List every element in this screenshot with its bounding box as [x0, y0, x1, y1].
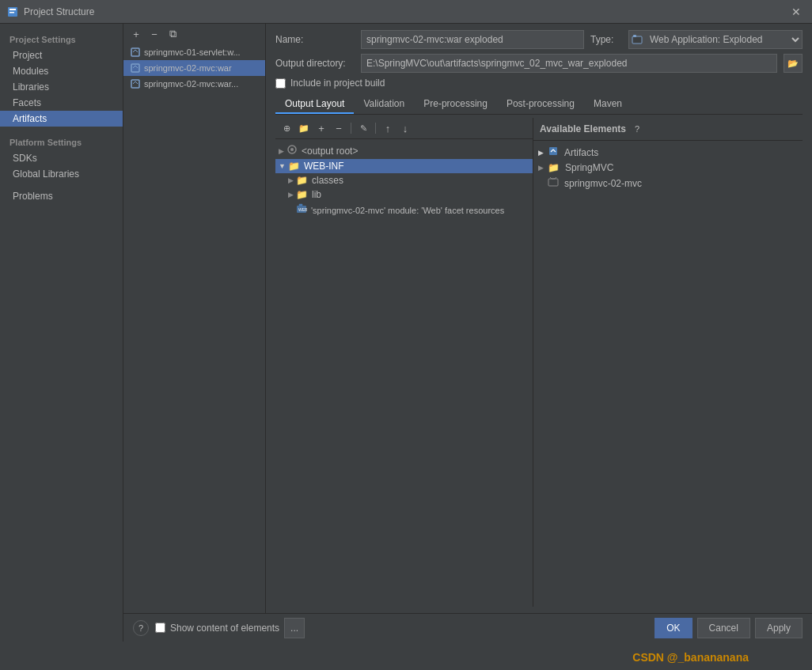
sidebar-item-libraries[interactable]: Libraries	[0, 79, 123, 95]
project-settings-label: Project Settings	[0, 30, 123, 47]
type-label: Type:	[590, 34, 622, 45]
tree-move-down-button[interactable]: ↓	[397, 120, 413, 136]
tree-node-classes[interactable]: ▶ 📁 classes	[275, 173, 533, 187]
expand-icon: ▶	[279, 147, 284, 155]
add-artifact-button[interactable]: +	[128, 26, 144, 42]
available-help-button[interactable]: ?	[629, 121, 645, 137]
sidebar-item-modules[interactable]: Modules	[0, 63, 123, 79]
output-dir-input[interactable]	[361, 54, 777, 73]
ellipsis-button[interactable]: ...	[284, 618, 305, 638]
name-input[interactable]	[361, 30, 584, 49]
copy-artifact-button[interactable]: ⧉	[165, 26, 180, 42]
help-button[interactable]: ?	[133, 620, 149, 636]
sidebar-item-sdks[interactable]: SDKs	[0, 150, 123, 166]
tab-post-processing[interactable]: Post-processing	[497, 95, 584, 114]
artifact-list-panel: + − ⧉	[123, 24, 266, 613]
include-build-checkbox[interactable]	[275, 78, 286, 89]
artifact-item-2[interactable]: springmvc-02-mvc:war	[123, 60, 265, 76]
output-dir-label: Output directory:	[275, 58, 355, 69]
available-elements-tree: ▶ Artifacts	[533, 141, 803, 607]
apply-button[interactable]: Apply	[755, 618, 803, 638]
create-dir-button[interactable]: 📁	[296, 120, 312, 136]
svg-rect-6	[632, 36, 642, 44]
module-icon-springmvc02	[548, 176, 559, 190]
avail-node-springmvc[interactable]: ▶ 📁 SpringMVC	[533, 161, 803, 175]
artifact-list: springmvc-01-servlet:w... springmvc-02-m…	[123, 44, 265, 613]
svg-rect-7	[633, 35, 636, 37]
expand-icon-classes: ▶	[288, 176, 294, 184]
tabs-bar: Output Layout Validation Pre-processing …	[275, 95, 803, 115]
type-icon	[632, 34, 643, 45]
bottom-bar: ? Show content of elements ... OK Cancel…	[123, 613, 812, 642]
output-layout-area: ⊕ 📁 + −	[275, 118, 803, 607]
artifact-icon-3	[130, 78, 141, 89]
sidebar-item-artifacts[interactable]: Artifacts	[0, 111, 123, 127]
tree-node-lib[interactable]: ▶ 📁 lib	[275, 187, 533, 202]
content-area: + − ⧉	[123, 24, 812, 642]
artifacts-icon	[548, 146, 559, 159]
svg-text:WEB: WEB	[298, 207, 307, 212]
available-elements-header: Available Elements ?	[533, 118, 803, 141]
expand-icon-springmvc: ▶	[538, 164, 544, 172]
artifact-item-3[interactable]: springmvc-02-mvc:war...	[123, 76, 265, 92]
name-label: Name:	[275, 34, 355, 45]
avail-node-artifacts[interactable]: ▶ Artifacts	[533, 144, 803, 161]
tree-remove-button[interactable]: −	[331, 120, 347, 136]
svg-rect-13	[548, 179, 558, 186]
tree-edit-button[interactable]: ✎	[355, 120, 371, 136]
ok-button[interactable]: OK	[655, 618, 692, 638]
artifact-list-toolbar: + − ⧉	[123, 24, 265, 44]
folder-icon-web-inf: 📁	[288, 161, 300, 172]
folder-icon-classes: 📁	[296, 175, 308, 186]
sidebar-item-problems[interactable]: Problems	[0, 188, 123, 204]
tree-content: ▶ <output root>	[275, 139, 533, 607]
show-content-row: Show content of elements ...	[155, 618, 305, 638]
bottom-actions: OK Cancel Apply	[655, 618, 803, 638]
detail-panel: Name: Type: Web Application: Exploded	[266, 24, 812, 613]
browse-dir-button[interactable]: 📂	[784, 54, 803, 73]
avail-node-springmvc02[interactable]: ▶ springmvc-02-mvc	[533, 175, 803, 191]
show-content-label[interactable]: Show content of elements	[170, 623, 279, 634]
tree-add-button[interactable]: +	[313, 120, 329, 136]
include-build-row: Include in project build	[275, 78, 803, 89]
tree-node-output-root[interactable]: ▶ <output root>	[275, 142, 533, 159]
tree-toolbar: ⊕ 📁 + −	[275, 118, 533, 139]
cancel-button[interactable]: Cancel	[697, 618, 750, 638]
sidebar: Project Settings Project Modules Librari…	[0, 24, 123, 642]
expand-icon-lib: ▶	[288, 191, 294, 199]
name-row: Name: Type: Web Application: Exploded	[275, 30, 803, 49]
show-content-checkbox[interactable]	[155, 623, 165, 633]
sidebar-item-project[interactable]: Project	[0, 47, 123, 63]
folder-icon-springmvc: 📁	[548, 162, 560, 173]
create-element-button[interactable]: ⊕	[279, 120, 294, 136]
output-dir-row: Output directory: 📂	[275, 54, 803, 73]
remove-artifact-button[interactable]: −	[146, 26, 162, 42]
tree-node-web-resource[interactable]: ▶ WEB 'springmvc-02-mvc' module: 'Web' f…	[275, 202, 533, 218]
svg-rect-2	[9, 12, 14, 13]
available-elements-panel: Available Elements ? ▶	[533, 118, 803, 607]
tab-validation[interactable]: Validation	[354, 95, 414, 114]
artifact-icon-1	[130, 47, 141, 58]
title-bar: Project Structure ✕	[0, 0, 812, 24]
tree-node-web-inf[interactable]: ▼ 📁 WEB-INF	[275, 159, 533, 173]
output-root-icon	[286, 144, 298, 157]
window-title: Project Structure	[24, 6, 787, 17]
folder-icon-lib: 📁	[296, 189, 308, 200]
close-button[interactable]: ✕	[787, 4, 806, 20]
tree-move-up-button[interactable]: ↑	[380, 120, 396, 136]
watermark: CSDN @_banananana	[632, 651, 749, 664]
app-icon	[6, 6, 19, 18]
type-select[interactable]: Web Application: Exploded	[628, 30, 803, 49]
artifact-item-1[interactable]: springmvc-01-servlet:w...	[123, 44, 265, 60]
output-tree: ⊕ 📁 + −	[275, 118, 533, 607]
expand-icon-artifacts: ▶	[538, 149, 544, 157]
platform-settings-label: Platform Settings	[0, 133, 123, 150]
sidebar-item-global-libraries[interactable]: Global Libraries	[0, 166, 123, 182]
tab-output-layout[interactable]: Output Layout	[275, 95, 354, 114]
tab-maven[interactable]: Maven	[584, 95, 632, 114]
artifact-icon-2	[130, 62, 141, 74]
include-build-label[interactable]: Include in project build	[290, 78, 385, 89]
sidebar-item-facets[interactable]: Facets	[0, 95, 123, 111]
tab-pre-processing[interactable]: Pre-processing	[414, 95, 497, 114]
svg-rect-1	[9, 9, 16, 10]
